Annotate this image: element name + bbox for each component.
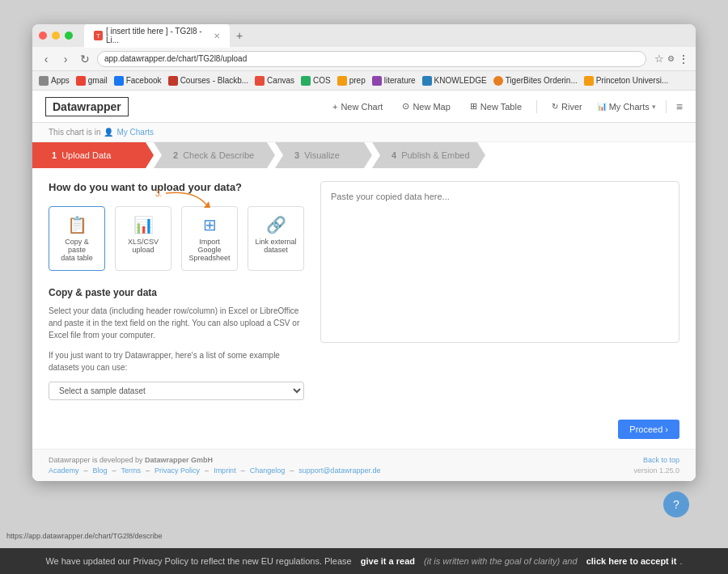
copy-paste-section-title: Copy & paste your data — [49, 287, 304, 298]
bookmark-princeton[interactable]: Princeton Universi... — [584, 76, 668, 86]
footer-left: Datawrapper is developed by Datawrapper … — [49, 456, 380, 475]
back-to-top-link[interactable]: Back to top — [633, 456, 679, 464]
bookmark-canvas[interactable]: Canvas — [255, 76, 294, 86]
excel-icon: 📊 — [133, 215, 154, 234]
river-button[interactable]: ↻ River — [547, 99, 587, 115]
status-url: https://app.datawrapper.de/chart/TG2l8/d… — [6, 532, 163, 540]
forward-button[interactable]: › — [58, 53, 73, 65]
footer-imprint[interactable]: Imprint — [214, 466, 236, 475]
step-2[interactable]: 2 Check & Describe — [154, 142, 275, 168]
bookmark-gmail[interactable]: gmail — [76, 76, 108, 86]
step-4-number: 4 — [392, 150, 396, 160]
reload-button[interactable]: ↻ — [78, 53, 92, 65]
toolbar-icons: ☆ ⚙ ⋮ — [654, 53, 689, 65]
active-tab[interactable]: T [ insert title here ] - TG2l8 - Li... … — [84, 24, 230, 48]
address-text: app.datawrapper.de/chart/TG2l8/upload — [104, 54, 247, 63]
extensions-icon[interactable]: ⚙ — [667, 54, 675, 63]
new-chart-button[interactable]: + New Chart — [328, 99, 387, 115]
footer-company: Datawrapper GmbH — [145, 456, 213, 464]
step-4[interactable]: 4 Publish & Embed — [372, 142, 485, 168]
bookmark-prep[interactable]: prep — [337, 76, 366, 86]
upload-option-link[interactable]: 🔗 Link externaldataset — [248, 206, 304, 271]
paste-data-area[interactable] — [320, 181, 679, 343]
new-table-button[interactable]: ⊞ New Table — [465, 98, 527, 115]
browser-toolbar: ‹ › ↻ app.datawrapper.de/chart/TG2l8/upl… — [32, 47, 696, 71]
footer-privacy[interactable]: Privacy Policy — [154, 466, 200, 475]
left-panel: How do you want to upload your data? 3. … — [49, 181, 304, 400]
chat-float-button[interactable]: ? — [663, 492, 689, 517]
step-4-label: Publish & Embed — [401, 150, 469, 160]
close-dot[interactable] — [39, 32, 47, 40]
step-2-label: Check & Describe — [183, 150, 254, 160]
steps-bar: 1 Upload Data 2 Check & Describe 3 Visua… — [32, 142, 696, 168]
bookmark-knowledge[interactable]: KNOWLEDGE — [422, 76, 487, 86]
upload-option-google[interactable]: ⊞ Import GoogleSpreadsheet — [181, 206, 238, 271]
back-button[interactable]: ‹ — [39, 53, 53, 65]
hamburger-menu[interactable]: ≡ — [676, 100, 683, 113]
step-3-number: 3 — [294, 150, 299, 160]
tab-close-btn[interactable]: ✕ — [214, 32, 220, 40]
river-icon: ↻ — [552, 102, 558, 111]
cookie-bar: We have updated our Privacy Policy to re… — [0, 548, 728, 574]
link-icon: 🔗 — [266, 215, 286, 234]
copy-icon: 📋 — [67, 215, 87, 234]
map-icon: ⊙ — [402, 101, 409, 112]
new-table-label: New Table — [480, 102, 522, 112]
google-label: Import GoogleSpreadsheet — [188, 238, 231, 262]
bookmark-tigerbites[interactable]: TigerBites Orderin... — [493, 76, 578, 86]
bookmark-cos[interactable]: COS — [301, 76, 331, 86]
footer-blog[interactable]: Blog — [93, 466, 108, 475]
breadcrumb-prefix: This chart is in — [49, 128, 100, 137]
nav-divider-2 — [666, 100, 667, 113]
brand-logo[interactable]: Datawrapper — [45, 97, 129, 116]
right-panel — [320, 181, 679, 400]
bookmark-courses[interactable]: Courses - Blackb... — [168, 76, 248, 86]
footer-right: Back to top version 1.25.0 — [633, 456, 679, 475]
maximize-dot[interactable] — [65, 32, 73, 40]
breadcrumb-label[interactable]: My Charts — [116, 128, 154, 137]
footer-academy[interactable]: Academy — [49, 466, 79, 475]
bookmark-facebook[interactable]: Facebook — [114, 76, 162, 86]
bookmark-literature[interactable]: literature — [372, 76, 416, 86]
copy-paste-text-2: If you just want to try Datawrapper, her… — [49, 349, 304, 374]
new-tab-button[interactable]: + — [233, 29, 246, 42]
new-map-button[interactable]: ⊙ New Map — [397, 98, 455, 115]
menu-icon[interactable]: ⋮ — [678, 53, 689, 65]
version-text: version 1.25.0 — [633, 466, 679, 475]
upload-option-copy[interactable]: 📋 Copy & pastedata table — [49, 206, 105, 271]
footer-row: Datawrapper is developed by Datawrapper … — [49, 456, 679, 475]
footer-terms[interactable]: Terms — [121, 466, 142, 475]
new-chart-label: New Chart — [341, 102, 383, 112]
step-1[interactable]: 1 Upload Data — [32, 142, 154, 168]
breadcrumb-bar: This chart is in 👤 My Charts — [32, 123, 696, 142]
proceed-section: Proceed › — [32, 413, 696, 449]
page-footer: Datawrapper is developed by Datawrapper … — [32, 449, 696, 481]
footer-links: Academy – Blog – Terms – Privacy Policy … — [49, 466, 380, 475]
address-bar[interactable]: app.datawrapper.de/chart/TG2l8/upload — [97, 51, 646, 67]
nav-divider-1 — [536, 100, 537, 113]
cookie-accept-link[interactable]: click here to accept it — [586, 556, 677, 566]
step-3[interactable]: 3 Visualize — [275, 142, 372, 168]
google-sheets-icon: ⊞ — [203, 215, 217, 234]
footer-prefix: Datawrapper is developed by — [49, 456, 143, 464]
copy-paste-text-1: Select your data (including header row/c… — [49, 305, 304, 341]
upload-question: How do you want to upload your data? — [49, 181, 304, 193]
proceed-button[interactable]: Proceed › — [618, 420, 679, 439]
browser-tabs: T [ insert title here ] - TG2l8 - Li... … — [84, 24, 689, 48]
my-charts-label: My Charts — [609, 102, 650, 112]
sample-dataset-select[interactable]: Select a sample dataset — [49, 382, 304, 400]
bookmark-apps[interactable]: Apps — [39, 76, 70, 86]
my-charts-button[interactable]: 📊 My Charts ▾ — [597, 102, 656, 112]
footer-changelog[interactable]: Changelog — [250, 466, 286, 475]
river-label: River — [561, 102, 582, 112]
top-nav: Datawrapper + New Chart ⊙ New Map ⊞ New … — [32, 91, 696, 123]
upload-option-excel[interactable]: 📊 XLS/CSVupload — [115, 206, 171, 271]
cookie-read-link[interactable]: give it a read — [361, 556, 415, 566]
new-map-label: New Map — [413, 102, 450, 112]
footer-support[interactable]: support@datawrapper.de — [298, 466, 380, 475]
step-3-label: Visualize — [304, 150, 340, 160]
bookmark-icon[interactable]: ☆ — [654, 53, 664, 65]
cookie-period: . — [680, 556, 683, 566]
minimize-dot[interactable] — [52, 32, 60, 40]
copy-label: Copy & pastedata table — [56, 238, 98, 262]
